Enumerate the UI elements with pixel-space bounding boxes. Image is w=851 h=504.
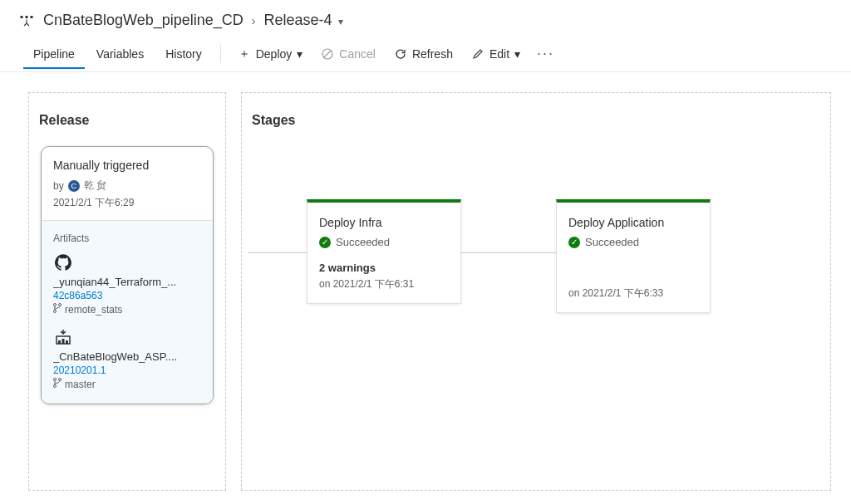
release-byline: by C 乾 贠: [53, 179, 201, 193]
breadcrumb: CnBateBlogWeb_pipeline_CD › Release-4 ▾: [0, 0, 851, 36]
chevron-down-icon: ▾: [514, 47, 520, 61]
svg-rect-9: [58, 340, 61, 344]
more-button[interactable]: ···: [530, 42, 561, 66]
plus-icon: ＋: [238, 47, 251, 61]
release-card[interactable]: Manually triggered by C 乾 贠 2021/2/1 下午6…: [41, 146, 214, 404]
svg-line-4: [324, 51, 331, 57]
refresh-label: Refresh: [412, 47, 453, 61]
tab-history[interactable]: History: [155, 39, 212, 69]
main-area: Release Manually triggered by C 乾 贠 2021…: [0, 72, 851, 491]
svg-point-5: [54, 304, 57, 306]
svg-rect-11: [66, 340, 68, 344]
release-trigger: Manually triggered: [53, 159, 201, 172]
branch-icon: [53, 378, 61, 390]
stage-card-app[interactable]: Deploy Application ✓ Succeeded on 2021/2…: [556, 199, 711, 313]
github-icon: [53, 252, 73, 272]
stage-status: ✓ Succeeded: [319, 236, 449, 248]
success-icon: ✓: [319, 237, 331, 248]
tab-pipeline[interactable]: Pipeline: [23, 39, 85, 69]
svg-point-7: [54, 311, 57, 313]
avatar: C: [68, 180, 80, 192]
release-panel: Release Manually triggered by C 乾 贠 2021…: [28, 92, 226, 491]
breadcrumb-pipeline[interactable]: CnBateBlogWeb_pipeline_CD: [43, 12, 243, 29]
by-label: by: [53, 180, 64, 192]
chevron-down-icon: ▾: [338, 16, 343, 27]
svg-point-13: [59, 379, 61, 381]
artifact-branch: remote_stats: [53, 303, 201, 316]
release-user: 乾 贠: [84, 179, 106, 193]
stage-status: ✓ Succeeded: [568, 236, 698, 248]
breadcrumb-separator: ›: [252, 14, 256, 27]
command-bar: Pipeline Variables History ＋ Deploy ▾ Ca…: [0, 36, 851, 72]
divider: [220, 45, 221, 63]
stage-status-text: Succeeded: [585, 236, 639, 248]
artifacts-section: Artifacts _yunqian44_Terraform_... 42c86…: [42, 220, 213, 404]
tab-variables[interactable]: Variables: [86, 39, 154, 69]
connector: [460, 252, 557, 253]
edit-button[interactable]: Edit ▾: [463, 42, 529, 66]
spacer: [568, 248, 698, 283]
stage-status-text: Succeeded: [336, 236, 390, 248]
branch-icon: [53, 303, 61, 316]
refresh-button[interactable]: Refresh: [386, 42, 461, 66]
connector: [248, 252, 307, 253]
edit-icon: [471, 47, 485, 61]
cancel-icon: [321, 47, 334, 61]
release-time: 2021/2/1 下午6:29: [53, 196, 201, 210]
stage-name: Deploy Application: [568, 216, 698, 229]
deploy-label: Deploy: [256, 47, 293, 61]
artifact-version[interactable]: 20210201.1: [53, 365, 201, 376]
panel-title-stages: Stages: [252, 113, 824, 128]
panel-title-release: Release: [39, 113, 219, 128]
svg-rect-10: [62, 339, 65, 344]
stages-panel: Stages Deploy Infra ✓ Succeeded 2 warnin…: [241, 92, 831, 491]
stage-row: Deploy Infra ✓ Succeeded 2 warnings on 2…: [248, 146, 824, 313]
artifact-item[interactable]: _CnBateBlogWeb_ASP.... 20210201.1 master: [53, 327, 201, 390]
svg-point-14: [54, 385, 57, 388]
artifact-branch: master: [53, 378, 201, 390]
deploy-button[interactable]: ＋ Deploy ▾: [229, 42, 312, 66]
svg-point-6: [59, 304, 61, 306]
svg-point-12: [54, 379, 57, 381]
release-trigger-section: Manually triggered by C 乾 贠 2021/2/1 下午6…: [42, 147, 213, 220]
stage-card-infra[interactable]: Deploy Infra ✓ Succeeded 2 warnings on 2…: [307, 199, 461, 304]
stage-name: Deploy Infra: [319, 216, 449, 229]
svg-rect-2: [31, 16, 33, 18]
success-icon: ✓: [568, 237, 580, 248]
branch-label: remote_stats: [65, 304, 122, 316]
stage-warnings: 2 warnings: [319, 262, 449, 274]
chevron-down-icon: ▾: [297, 47, 303, 61]
artifact-item[interactable]: _yunqian44_Terraform_... 42c86a563 remot…: [53, 252, 201, 316]
artifacts-header: Artifacts: [53, 232, 201, 244]
branch-label: master: [65, 379, 96, 390]
pipeline-icon: [18, 12, 35, 29]
svg-rect-1: [26, 16, 28, 18]
cancel-button: Cancel: [312, 42, 384, 66]
azure-build-icon: [53, 327, 73, 347]
artifact-version[interactable]: 42c86a563: [53, 290, 201, 301]
breadcrumb-release[interactable]: Release-4 ▾: [264, 12, 343, 29]
cancel-label: Cancel: [339, 47, 376, 61]
svg-rect-0: [21, 16, 23, 18]
edit-label: Edit: [489, 47, 509, 61]
breadcrumb-release-label: Release-4: [264, 12, 332, 28]
artifact-name: _yunqian44_Terraform_...: [53, 276, 201, 288]
refresh-icon: [394, 47, 407, 61]
stage-time: on 2021/2/1 下午6:33: [568, 286, 698, 301]
stage-time: on 2021/2/1 下午6:31: [319, 277, 449, 291]
artifact-name: _CnBateBlogWeb_ASP....: [53, 350, 201, 363]
